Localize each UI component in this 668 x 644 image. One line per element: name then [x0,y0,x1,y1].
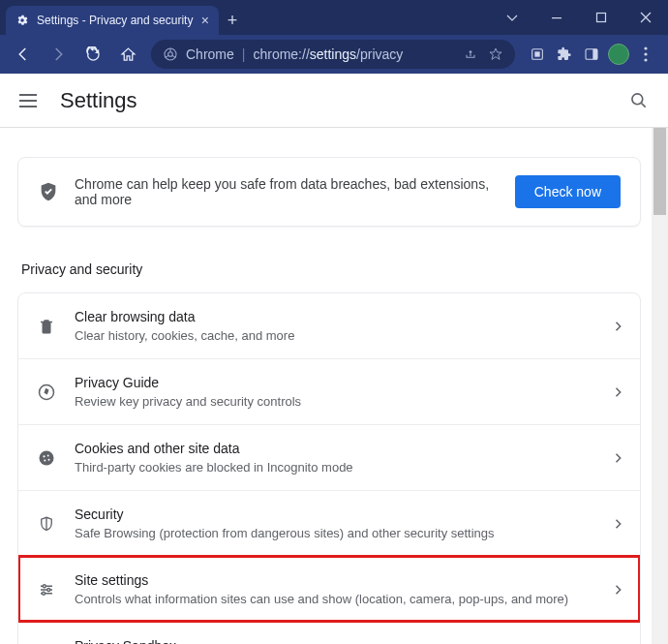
chevron-right-icon [615,322,622,331]
forward-button[interactable] [43,39,74,70]
close-tab-icon[interactable]: × [201,13,209,28]
sliders-icon [36,581,57,598]
svg-point-15 [47,454,49,456]
row-desc: Safe Browsing (protection from dangerous… [75,526,597,540]
window-titlebar: Settings - Privacy and security × + [0,0,668,35]
chevron-right-icon [615,585,622,595]
scrollbar-thumb[interactable] [653,128,666,215]
row-title: Clear browsing data [75,309,597,324]
row-desc: Third-party cookies are blocked in Incog… [75,460,597,475]
row-title: Site settings [75,572,597,588]
settings-row-site-settings[interactable]: Site settingsControls what information s… [18,556,640,622]
home-button[interactable] [112,39,143,70]
omnibox-label: Chrome [186,46,234,62]
bookmark-icon[interactable] [488,46,503,62]
settings-row-privacy-sandbox[interactable]: Privacy SandboxTrial features are off [18,622,640,644]
safety-text: Chrome can help keep you safe from data … [75,176,500,207]
new-tab-button[interactable]: + [219,6,246,35]
profile-avatar[interactable] [608,44,629,65]
page-title: Settings [60,88,137,113]
maximize-button[interactable] [579,0,623,35]
extension-icons [523,44,660,65]
back-button[interactable] [8,39,39,70]
settings-row-security[interactable]: SecuritySafe Browsing (protection from d… [18,490,640,556]
svg-rect-1 [597,14,606,22]
svg-point-9 [644,52,647,55]
svg-point-11 [632,93,643,104]
svg-rect-5 [534,51,539,56]
shield-icon [36,514,57,534]
trash-icon [36,318,57,335]
privacy-card: Clear browsing dataClear history, cookie… [17,292,641,644]
safety-check-card: Chrome can help keep you safe from data … [17,157,641,227]
row-title: Privacy Sandbox [75,638,590,644]
settings-header: Settings [0,74,668,128]
row-desc: Controls what information sites can use … [75,592,597,606]
svg-point-3 [168,52,173,57]
shield-check-icon [38,181,59,202]
svg-point-13 [40,450,54,465]
browser-tab[interactable]: Settings - Privacy and security × [6,6,219,35]
share-icon[interactable] [463,46,478,62]
svg-point-17 [48,458,50,460]
settings-row-clear-browsing-data[interactable]: Clear browsing dataClear history, cookie… [18,293,640,358]
svg-point-16 [44,459,46,461]
svg-point-14 [43,455,45,457]
svg-point-10 [644,58,647,61]
row-desc: Clear history, cookies, cache, and more [75,328,597,343]
sidepanel-icon[interactable] [581,44,602,65]
gear-icon [15,14,29,27]
svg-point-20 [43,592,46,595]
scrollbar[interactable] [652,128,668,644]
extensions-puzzle-icon[interactable] [554,44,575,65]
chrome-icon [163,46,178,62]
svg-point-18 [43,584,46,587]
extension-icon-1[interactable] [527,44,548,65]
search-icon[interactable] [629,91,649,110]
row-title: Cookies and other site data [75,441,597,456]
reload-button[interactable] [77,39,108,70]
chevron-right-icon [615,387,622,397]
chevron-down-icon[interactable] [490,0,534,35]
address-bar[interactable]: Chrome | chrome://settings/privacy [151,40,515,69]
svg-point-19 [47,588,50,591]
section-title: Privacy and security [21,261,641,277]
cookie-icon [36,448,57,468]
svg-point-8 [644,46,647,49]
svg-rect-7 [592,49,597,60]
compass-icon [36,383,57,402]
row-title: Privacy Guide [75,375,597,390]
minimize-button[interactable] [534,0,579,35]
omnibox-url: chrome://settings/privacy [253,46,403,62]
row-desc: Review key privacy and security controls [75,394,597,409]
content-area: Chrome can help keep you safe from data … [0,128,668,644]
svg-rect-0 [552,17,562,18]
tab-title: Settings - Privacy and security [37,14,193,27]
window-controls [490,0,668,35]
row-title: Security [75,506,597,522]
chevron-right-icon [615,519,622,529]
hamburger-menu-icon[interactable] [19,89,43,112]
chevron-right-icon [615,453,622,463]
settings-row-cookies-and-other-site-data[interactable]: Cookies and other site dataThird-party c… [18,424,640,490]
kebab-menu-icon[interactable] [635,44,656,65]
browser-toolbar: Chrome | chrome://settings/privacy [0,35,668,74]
close-window-button[interactable] [623,0,668,35]
settings-row-privacy-guide[interactable]: Privacy GuideReview key privacy and secu… [18,358,640,424]
check-now-button[interactable]: Check now [515,175,621,208]
